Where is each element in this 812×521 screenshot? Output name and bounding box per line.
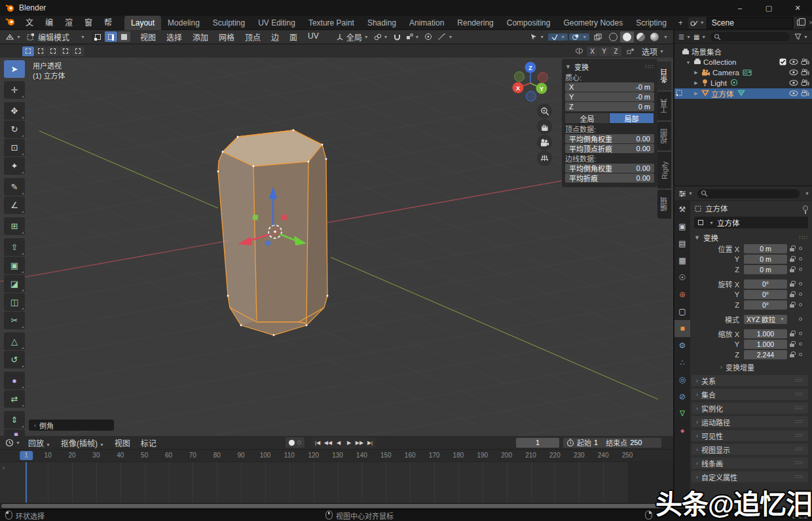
menu-渲染[interactable]: 渲染 xyxy=(59,16,79,30)
expand-arrow-icon[interactable]: ▼ xyxy=(685,60,692,65)
viewport-menu-添加[interactable]: 添加 xyxy=(187,31,213,43)
poly-build-tool[interactable]: △ xyxy=(4,332,25,350)
properties-tab-constraints[interactable]: ⊘ xyxy=(674,388,690,405)
transform-panel-header[interactable]: ▼变换∷∷ xyxy=(690,231,812,243)
properties-options-icon[interactable]: ▼ xyxy=(805,191,809,196)
lock-icon[interactable] xyxy=(790,304,794,308)
render-visibility-icon[interactable] xyxy=(801,79,809,87)
workspace-tab-shading[interactable]: Shading xyxy=(361,16,403,30)
timeline-editor-type[interactable]: ▼ xyxy=(3,439,23,447)
snap-options-icon[interactable] xyxy=(626,47,635,55)
record-icon[interactable] xyxy=(289,440,295,446)
orthographic-toggle-button[interactable] xyxy=(537,151,552,166)
outliner-filter-mode[interactable]: ▦▼ xyxy=(692,33,707,41)
snap-target[interactable]: ▼ xyxy=(403,33,422,40)
lock-icon[interactable] xyxy=(790,333,794,336)
panel-自定义属性[interactable]: ›自定义属性∷∷ xyxy=(692,471,808,482)
eye-icon[interactable] xyxy=(789,69,798,77)
lock-icon[interactable] xyxy=(790,283,794,287)
panel-线条画[interactable]: ›线条画∷∷ xyxy=(692,458,808,469)
select-option-intersect[interactable] xyxy=(72,46,84,56)
sidebar-tab-rigify[interactable]: Rigify xyxy=(657,152,671,189)
median-x-field[interactable]: X-0 m xyxy=(565,82,654,92)
new-scene-button[interactable] xyxy=(794,17,805,29)
vertex-data-field-1[interactable]: 平均顶点折痕0.00 xyxy=(565,144,654,153)
timeline-scrollbar[interactable] xyxy=(1,504,660,508)
menu-窗口[interactable]: 窗口 xyxy=(79,16,98,30)
select-mode-vertex[interactable] xyxy=(92,31,104,42)
workspace-tab-animation[interactable]: Animation xyxy=(403,16,451,30)
properties-tab-collection[interactable]: ▢ xyxy=(674,303,690,320)
properties-tab-output[interactable]: ▤ xyxy=(674,235,690,252)
playback-button-2[interactable]: ◀ xyxy=(333,438,344,448)
pan-button[interactable] xyxy=(537,119,552,134)
workspace-tab-layout[interactable]: Layout xyxy=(124,16,161,30)
shading-rendered-button[interactable] xyxy=(648,31,661,43)
timeline-ruler[interactable]: 1 11020304050607080901001101201301401501… xyxy=(0,450,673,462)
menu-编辑[interactable]: 编辑 xyxy=(39,16,59,30)
median-z-field[interactable]: Z0 m xyxy=(565,102,654,111)
animate-dot-icon[interactable] xyxy=(799,317,802,321)
smooth-tool[interactable]: ● xyxy=(4,372,25,389)
scale-tool[interactable]: ⊡ xyxy=(4,139,25,156)
viewport-menu-网格[interactable]: 网格 xyxy=(213,31,240,43)
scene-name[interactable]: Scene xyxy=(707,17,793,29)
bevel-tool[interactable]: ◪ xyxy=(4,275,25,293)
navigation-gizmo[interactable]: Z X Y xyxy=(498,58,563,103)
show-gizmo-button[interactable]: ▼ xyxy=(527,33,547,41)
playback-button-5[interactable]: ▶| xyxy=(365,438,375,448)
cursor-tool[interactable]: ✛ xyxy=(4,81,25,99)
start-value[interactable]: 1 xyxy=(594,439,598,446)
animate-dot-icon[interactable] xyxy=(799,342,802,346)
annotate-tool[interactable]: ✎ xyxy=(4,178,25,196)
channel-expander-icon[interactable]: › xyxy=(3,465,5,471)
properties-tab-particles[interactable]: ∴ xyxy=(674,354,690,371)
global-button[interactable]: 全局 xyxy=(565,113,609,123)
panel-实例化[interactable]: ›实例化∷∷ xyxy=(692,403,808,414)
timeline-menu-标记[interactable]: 标记 xyxy=(136,437,162,448)
loop-cut-tool[interactable]: ◫ xyxy=(4,293,25,311)
viewport-menu-顶点[interactable]: 顶点 xyxy=(240,31,266,43)
value-field[interactable]: XYZ 欧拉▼ xyxy=(744,315,787,324)
mode-selector[interactable]: 编辑模式▼ xyxy=(24,31,88,43)
mirror-y-button[interactable]: Y xyxy=(599,46,610,56)
eye-icon[interactable] xyxy=(789,58,798,66)
value-field[interactable]: 2.244 xyxy=(744,350,787,359)
render-visibility-icon[interactable] xyxy=(801,90,809,98)
knife-tool[interactable]: ✂ xyxy=(4,312,25,329)
overlays-toggle[interactable]: ▼ xyxy=(569,33,589,41)
options-dropdown[interactable]: 选项▼ xyxy=(639,46,667,57)
snap-toggle[interactable] xyxy=(391,33,403,41)
panel-关系[interactable]: ›关系∷∷ xyxy=(692,375,808,386)
value-field[interactable]: 0 m xyxy=(744,244,787,253)
menu-帮助[interactable]: 帮助 xyxy=(98,16,118,30)
animate-dot-icon[interactable] xyxy=(799,247,802,250)
properties-tab-object-data[interactable]: ∇ xyxy=(674,405,690,422)
move-tool[interactable]: ✥ xyxy=(4,102,25,120)
value-field[interactable]: 0° xyxy=(744,290,787,299)
panel-运动路径[interactable]: ›运动路径∷∷ xyxy=(692,416,808,427)
playhead[interactable] xyxy=(26,462,27,503)
current-frame-field[interactable]: 1 xyxy=(516,438,559,448)
workspace-tab-texture-paint[interactable]: Texture Paint xyxy=(302,16,361,30)
proportional-editing[interactable] xyxy=(422,33,435,41)
playback-button-3[interactable]: ▶ xyxy=(344,438,354,448)
camera-view-button[interactable] xyxy=(537,135,552,150)
lock-icon[interactable] xyxy=(790,344,794,347)
timeline-menu-视图[interactable]: 视图 xyxy=(109,437,136,448)
lock-icon[interactable] xyxy=(790,294,794,297)
mirror-icon[interactable] xyxy=(574,47,584,55)
extrude-region-tool[interactable]: ⇧ xyxy=(4,238,25,256)
viewport-menu-视图[interactable]: 视图 xyxy=(135,31,161,43)
properties-tab-render[interactable]: ▣ xyxy=(674,218,690,235)
vertex-data-field-0[interactable]: 平均倒角权重0.00 xyxy=(565,134,654,143)
viewport-menu-选择[interactable]: 选择 xyxy=(161,31,187,43)
outliner-filter-button[interactable]: ▼ xyxy=(793,33,809,40)
drag-dots-icon[interactable]: ∷∷ xyxy=(646,63,654,70)
mirror-z-button[interactable]: Z xyxy=(610,46,621,56)
lock-icon[interactable] xyxy=(790,248,794,251)
scene-collection-row[interactable]: 场景集合 xyxy=(674,46,812,57)
maximize-button[interactable]: ▢ xyxy=(754,0,783,16)
properties-tab-tool[interactable]: ⚒ xyxy=(674,201,690,218)
outliner-display-mode[interactable]: ☰▼ xyxy=(677,33,692,41)
